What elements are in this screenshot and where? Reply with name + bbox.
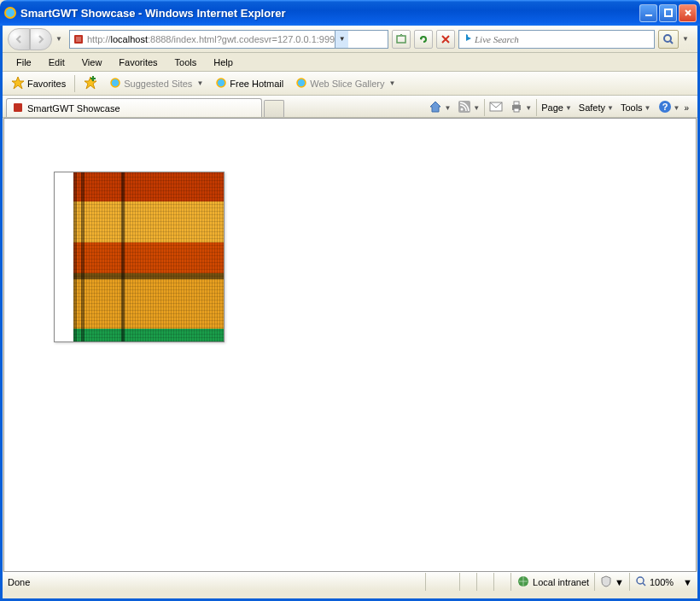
star-icon [11, 76, 25, 91]
chevron-down-icon: ▼ [525, 104, 532, 112]
back-button[interactable] [8, 28, 30, 50]
help-button[interactable]: ? ▼ [656, 98, 683, 117]
navigation-bar: ▼ http://localhost:8888/index.html?gwt.c… [3, 26, 697, 53]
magnifier-icon [635, 575, 647, 589]
menu-edit[interactable]: Edit [42, 55, 72, 69]
new-tab-button[interactable] [264, 100, 284, 117]
hotmail-label: Free Hotmail [230, 79, 283, 89]
safety-menu-button[interactable]: Safety ▼ [576, 101, 616, 114]
ie-logo-icon [3, 6, 17, 20]
forward-button[interactable] [30, 28, 52, 50]
refresh-button[interactable] [414, 30, 433, 49]
chevron-down-icon: ▼ [388, 79, 395, 87]
print-button[interactable]: ▼ [507, 98, 534, 117]
url-path: :8888/index.html?gwt.codesvr=127.0.0.1:9… [148, 34, 335, 44]
feeds-button[interactable]: ▼ [455, 98, 482, 117]
chevron-down-icon: ▼ [473, 104, 480, 112]
browser-tab[interactable]: SmartGWT Showcase [6, 98, 262, 117]
image-frame[interactable] [54, 172, 225, 342]
protected-mode-button[interactable]: ▼ [594, 573, 629, 591]
svg-rect-2 [665, 9, 672, 16]
security-zone[interactable]: Local intranet [510, 573, 594, 591]
page-menu-label: Page [541, 102, 563, 113]
menu-tools[interactable]: Tools [168, 55, 204, 69]
status-cell [459, 573, 476, 591]
page-menu-button[interactable]: Page ▼ [539, 101, 575, 114]
ie-page-icon [295, 77, 307, 90]
help-icon: ? [658, 100, 672, 115]
svg-rect-5 [397, 36, 405, 43]
status-cell [493, 573, 510, 591]
svg-rect-4 [76, 37, 81, 42]
favorites-label: Favorites [27, 79, 66, 89]
chevron-down-icon: ▼ [615, 577, 624, 587]
webslice-label: Web Slice Gallery [310, 79, 384, 89]
home-button[interactable]: ▼ [426, 98, 453, 117]
toolbar-overflow-button[interactable]: » [684, 103, 689, 113]
address-dropdown[interactable]: ▼ [335, 31, 348, 48]
web-slice-gallery-link[interactable]: Web Slice Gallery ▼ [292, 75, 399, 92]
status-bar: Done Local intranet ▼ 100% ▼ [3, 572, 697, 591]
safety-menu-label: Safety [579, 102, 605, 113]
tools-menu-label: Tools [621, 102, 643, 113]
printer-icon [510, 100, 523, 115]
favorites-bar: Favorites Suggested Sites ▼ Free Hotmail… [3, 72, 697, 96]
ie-page-icon [215, 77, 227, 90]
window-titlebar: SmartGWT Showcase - Windows Internet Exp… [0, 0, 700, 26]
separator [484, 99, 485, 116]
svg-point-11 [297, 79, 306, 87]
separator [536, 99, 537, 116]
minimize-button[interactable] [639, 4, 657, 22]
zoom-level: 100% [650, 577, 674, 587]
favorites-button[interactable]: Favorites [8, 74, 69, 93]
compat-view-button[interactable] [392, 30, 411, 49]
search-input[interactable] [475, 34, 650, 44]
tab-page-icon [12, 102, 24, 115]
url-host: localhost [111, 34, 148, 44]
zoom-control[interactable]: 100% ▼ [629, 573, 697, 591]
free-hotmail-link[interactable]: Free Hotmail [212, 75, 287, 92]
menu-bar: File Edit View Favorites Tools Help [3, 53, 697, 72]
star-plus-icon [84, 76, 97, 91]
close-button[interactable] [679, 4, 697, 22]
menu-favorites[interactable]: Favorites [112, 55, 164, 69]
read-mail-button[interactable] [487, 99, 505, 116]
bing-icon [463, 32, 475, 46]
search-bar[interactable] [458, 30, 655, 49]
status-text: Done [3, 573, 425, 591]
url-scheme: http:// [87, 34, 111, 44]
ie-page-icon [109, 77, 121, 90]
svg-text:?: ? [662, 102, 668, 112]
tools-menu-button[interactable]: Tools ▼ [618, 101, 654, 114]
zone-label: Local intranet [533, 577, 589, 587]
page-icon [72, 32, 85, 46]
cpu-die-image [73, 172, 225, 342]
chevron-down-icon: ▼ [607, 104, 614, 112]
svg-rect-12 [14, 103, 22, 112]
shield-icon [600, 575, 612, 589]
home-icon [429, 100, 442, 115]
chevron-down-icon: ▼ [565, 104, 572, 112]
menu-help[interactable]: Help [207, 55, 240, 69]
svg-rect-18 [514, 108, 519, 112]
svg-point-9 [111, 79, 120, 87]
suggested-sites-label: Suggested Sites [124, 79, 192, 89]
nav-history-dropdown[interactable]: ▼ [55, 35, 66, 43]
maximize-button[interactable] [659, 4, 677, 22]
separator [74, 75, 75, 92]
tab-title: SmartGWT Showcase [27, 103, 120, 114]
add-to-favorites-bar-button[interactable] [80, 74, 101, 93]
svg-rect-8 [90, 78, 96, 79]
stop-button[interactable] [436, 30, 455, 49]
mail-icon [489, 101, 503, 114]
chevron-down-icon: ▼ [683, 577, 692, 587]
search-go-button[interactable] [658, 30, 679, 49]
svg-point-10 [217, 79, 225, 87]
menu-file[interactable]: File [9, 55, 38, 69]
address-bar[interactable]: http://localhost:8888/index.html?gwt.cod… [69, 30, 388, 49]
menu-view[interactable]: View [75, 55, 109, 69]
chevron-down-icon: ▼ [674, 104, 680, 112]
tab-bar: SmartGWT Showcase ▼ ▼ ▼ Page ▼ Safety ▼ [3, 96, 697, 118]
suggested-sites-link[interactable]: Suggested Sites ▼ [106, 75, 207, 92]
search-provider-dropdown[interactable]: ▼ [682, 35, 692, 43]
